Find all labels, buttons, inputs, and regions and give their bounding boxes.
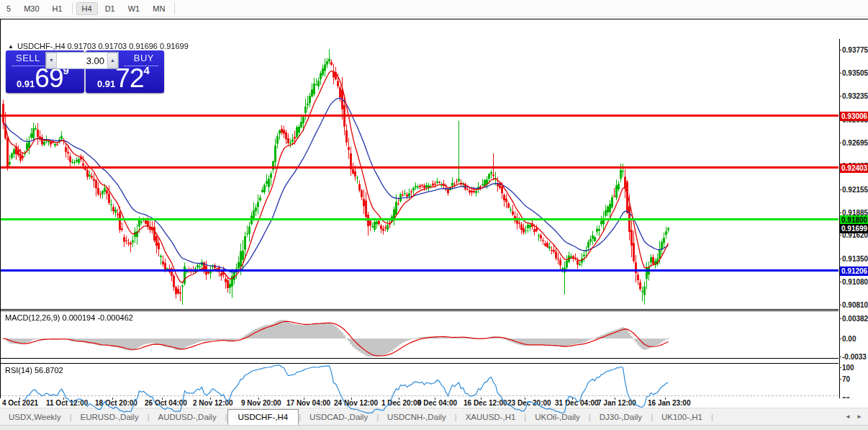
price-tick-label: 0.90810 (842, 301, 868, 309)
toolbar-divider (72, 3, 73, 14)
price-tick-mark (839, 96, 841, 97)
level-line[interactable] (1, 218, 838, 220)
buy-price-big: 72 (115, 63, 143, 93)
timeframe-button-mn[interactable]: MN (147, 2, 171, 15)
rsi-label: RSI(14) 56.8702 (5, 366, 63, 375)
price-axis[interactable]: 0.937750.935050.932350.929650.926950.924… (839, 39, 868, 417)
macd-label: MACD(12,26,9) 0.000194 -0.000462 (5, 313, 133, 322)
timeframe-button-w1[interactable]: W1 (122, 2, 146, 15)
sell-label: SELL (16, 53, 40, 63)
indicator-tick-mark (839, 339, 841, 339)
buy-price-prefix: 0.91 (97, 79, 115, 89)
toolbar-divider (174, 3, 175, 14)
macd-tick-label: -0.0033 (842, 353, 867, 361)
indicator-tick-mark (839, 367, 841, 368)
indicator-tick-mark (839, 318, 841, 319)
status-bar (0, 425, 868, 430)
mt-terminal: { "toolbar": {"items": ["5","M30","H1","… (0, 0, 868, 430)
price-badge: 0.91206 (840, 266, 868, 276)
price-badge: 0.91699 (840, 224, 868, 233)
level-line[interactable] (1, 166, 838, 169)
price-tick-mark (839, 259, 841, 259)
price-tick-label: 0.93235 (842, 92, 868, 100)
price-tick-label: 0.93775 (842, 46, 868, 54)
level-line[interactable] (1, 269, 838, 272)
symbol-ohlc-text: USDCHF-,H4 0.91703 0.91703 0.91696 0.916… (17, 42, 189, 50)
indicator-tick-mark (839, 357, 841, 357)
price-tick-mark (839, 282, 841, 282)
timeframe-button-m30[interactable]: M30 (18, 2, 45, 15)
price-badge: 0.91800 (840, 215, 868, 225)
sell-price-prefix: 0.91 (17, 79, 35, 89)
timeframe-button-5[interactable]: 5 (1, 2, 17, 15)
indicator-tick-mark (839, 379, 841, 380)
timeframe-button-d1[interactable]: D1 (99, 2, 121, 15)
price-badge: 0.93006 (840, 112, 868, 121)
price-tick-mark (839, 73, 841, 73)
chart-header: ▲USDCHF-,H4 0.91703 0.91703 0.91696 0.91… (8, 42, 189, 50)
price-tick-mark (839, 305, 841, 305)
price-tick-mark (839, 212, 841, 213)
chart-window: ▲USDCHF-,H4 0.91703 0.91703 0.91696 0.91… (0, 19, 868, 399)
collapse-icon[interactable]: ▲ (8, 43, 14, 50)
level-line[interactable] (1, 115, 838, 117)
price-tick-label: 0.91080 (842, 278, 868, 286)
tab-scroll-right-icon[interactable]: ► (856, 413, 862, 420)
timeframe-toolbar: 5M30H1H4D1W1MN (0, 0, 868, 17)
one-click-trade-panel: SELL 0.91699 BUY 0.91724 ▼ ▲ (6, 50, 164, 93)
rsi-canvas[interactable] (1, 364, 838, 417)
rsi-tick-label: 100 (842, 364, 854, 372)
volume-spinner: ▼ ▲ (45, 52, 119, 69)
price-tick-label: 0.92155 (842, 186, 868, 194)
buy-label: BUY (134, 53, 154, 63)
tab-scroll-left-icon[interactable]: ◄ (845, 413, 851, 420)
macd-tick-label: 0.00382 (842, 315, 868, 323)
rsi-panel[interactable]: RSI(14) 56.8702 (1, 363, 838, 418)
price-tick-label: 0.92695 (842, 139, 868, 147)
volume-increase-button[interactable]: ▲ (107, 53, 118, 68)
timeframe-button-h1[interactable]: H1 (47, 2, 68, 15)
price-badge: 0.92403 (840, 164, 868, 173)
rsi-tick-label: 70 (842, 375, 850, 383)
volume-decrease-button[interactable]: ▼ (46, 53, 57, 68)
price-tick-mark (839, 50, 841, 50)
price-tick-mark (839, 235, 841, 236)
price-tick-mark (839, 143, 841, 143)
macd-tick-label: 0.00 (842, 335, 856, 343)
volume-input[interactable] (57, 53, 107, 68)
price-tick-label: 0.93505 (842, 69, 868, 77)
buy-price-sup: 4 (143, 64, 149, 76)
macd-panel[interactable]: MACD(12,26,9) 0.000194 -0.000462 (1, 310, 838, 359)
price-tick-mark (839, 189, 841, 190)
price-tick-label: 0.91350 (842, 255, 868, 263)
timeframe-button-h4[interactable]: H4 (76, 2, 98, 15)
